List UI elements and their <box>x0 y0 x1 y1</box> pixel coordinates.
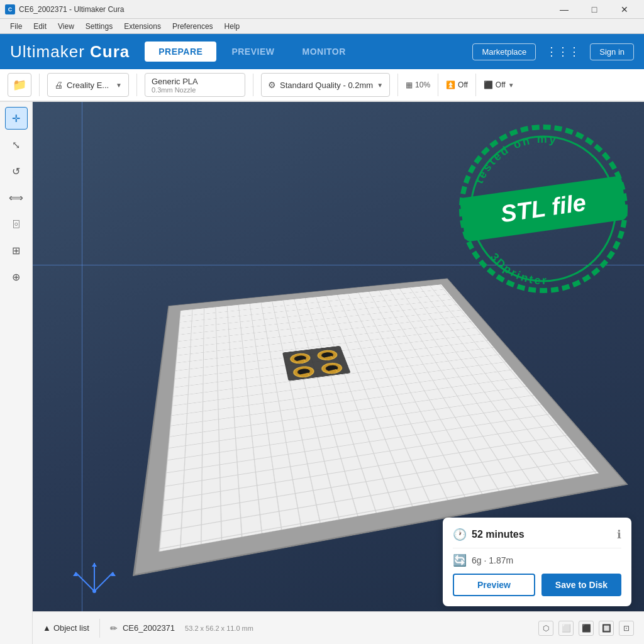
maximize-button[interactable]: □ <box>580 0 609 19</box>
support-icon: ⏫ <box>446 80 455 89</box>
menu-file[interactable]: File <box>5 21 27 32</box>
clock-icon: 🕐 <box>453 528 467 541</box>
app-icon: C <box>5 4 15 14</box>
printer-name: Creality E... <box>67 80 112 90</box>
tool-move[interactable]: ✛ <box>5 107 28 130</box>
main-area: ✛ ⤡ ↺ ⟺ ⌻ ⊞ ⊕ <box>0 102 644 644</box>
shape-icon-3[interactable]: ⬛ <box>579 621 594 636</box>
status-dimensions: 53.2 x 56.2 x 11.0 mm <box>185 625 253 632</box>
grid-icon-button[interactable]: ⋮⋮⋮ <box>541 42 585 61</box>
title-bar: C CE6_2002371 - Ultimaker Cura — □ ✕ <box>0 0 644 19</box>
tool-support[interactable]: ⌻ <box>5 213 28 235</box>
left-sidebar: ✛ ⤡ ↺ ⟺ ⌻ ⊞ ⊕ <box>0 102 33 644</box>
toolbar-divider-5 <box>438 74 438 96</box>
svg-text:tested on my: tested on my <box>473 133 558 186</box>
material-nozzle: 0.3mm Nozzle <box>152 86 238 94</box>
time-info: 🕐 52 minutes <box>453 528 525 541</box>
toolbar-divider-6 <box>475 74 476 96</box>
shape-icon-2[interactable]: ⬜ <box>558 621 574 636</box>
shape-icon-4[interactable]: 🔲 <box>599 621 614 636</box>
object-list-label: Object list <box>53 623 89 633</box>
title-bar-left: C CE6_2002371 - Ultimaker Cura <box>5 4 124 14</box>
object-list-toggle[interactable]: ▲ Object list <box>43 623 89 633</box>
tool-mirror[interactable]: ⟺ <box>5 186 28 209</box>
object-list-arrow-icon: ▲ <box>43 623 51 633</box>
svg-marker-15 <box>92 563 97 567</box>
dims-section: 53.2 x 56.2 x 11.0 mm <box>185 625 253 632</box>
shape-icon-5[interactable]: ⊡ <box>619 621 634 636</box>
toolbar-divider-3 <box>253 74 253 96</box>
print-weight: 6g · 1.87m <box>472 555 513 565</box>
menu-view[interactable]: View <box>53 21 79 32</box>
menu-extensions[interactable]: Extensions <box>119 21 166 32</box>
status-filename: CE6_2002371 <box>123 623 175 633</box>
viewport[interactable]: tested on my STL file 3Dprinter 🕐 52 min… <box>33 102 644 644</box>
status-shapes: ⬡ ⬜ ⬛ 🔲 ⊡ <box>538 621 634 636</box>
svg-line-9 <box>75 572 94 591</box>
open-file-button[interactable]: 📁 <box>8 73 31 97</box>
status-bar: ▲ Object list ✏ CE6_2002371 53.2 x 56.2 … <box>33 611 644 644</box>
printer-arrow-icon: ▼ <box>116 82 122 89</box>
signin-button[interactable]: Sign in <box>590 43 634 60</box>
preview-button[interactable]: Preview <box>453 574 535 596</box>
tab-preview[interactable]: PREVIEW <box>219 43 287 60</box>
info-button[interactable]: ℹ <box>617 528 621 541</box>
adhesion-arrow-icon: ▼ <box>508 82 514 89</box>
app-logo: Ultimaker Cura <box>10 42 130 62</box>
print-time: 52 minutes <box>472 529 525 540</box>
stamp-svg: tested on my STL file 3Dprinter <box>455 121 631 297</box>
app-header: Ultimaker Cura PREPARE PREVIEW MONITOR M… <box>0 34 644 69</box>
toolbar: 📁 🖨 Creality E... ▼ Generic PLA 0.3mm No… <box>0 69 644 102</box>
svg-line-10 <box>94 572 113 591</box>
marketplace-button[interactable]: Marketplace <box>472 43 536 60</box>
quality-arrow-icon: ▼ <box>377 82 383 89</box>
infill-value: 10% <box>415 80 430 89</box>
tab-prepare[interactable]: PREPARE <box>145 42 216 62</box>
file-section: ✏ CE6_2002371 <box>110 623 175 633</box>
panel-actions: Preview Save to Disk <box>453 574 621 596</box>
quality-icon: ⚙ <box>268 80 276 90</box>
logo-text: Ultimaker Cura <box>10 42 130 62</box>
quality-name: Standard Quality - 0.2mm <box>280 80 373 90</box>
support-toggle[interactable]: ⏫ Off <box>446 80 468 89</box>
bed-grid <box>158 284 598 552</box>
tab-monitor[interactable]: MONITOR <box>290 43 358 60</box>
menu-preferences[interactable]: Preferences <box>167 21 218 32</box>
save-to-disk-button[interactable]: Save to Disk <box>541 574 621 596</box>
bottom-info-panel: 🕐 52 minutes ℹ 🔄 6g · 1.87m Preview Save… <box>443 518 631 606</box>
menu-settings[interactable]: Settings <box>80 21 118 32</box>
stl-stamp: tested on my STL file 3Dprinter <box>455 121 631 297</box>
menu-edit[interactable]: Edit <box>28 21 52 32</box>
minimize-button[interactable]: — <box>550 0 579 19</box>
quality-select[interactable]: ⚙ Standard Quality - 0.2mm ▼ <box>261 73 390 97</box>
menu-help[interactable]: Help <box>219 21 245 32</box>
time-row: 🕐 52 minutes ℹ <box>453 528 621 541</box>
toolbar-divider-2 <box>136 74 137 96</box>
material-select[interactable]: Generic PLA 0.3mm Nozzle <box>145 73 245 97</box>
infill-icon: ▦ <box>406 80 413 89</box>
close-button[interactable]: ✕ <box>610 0 639 19</box>
object-list-section: ▲ Object list <box>43 623 89 633</box>
support-label: Off <box>458 80 468 89</box>
shape-icon-1[interactable]: ⬡ <box>538 621 553 636</box>
printer-select[interactable]: 🖨 Creality E... ▼ <box>47 73 129 97</box>
tool-per-object[interactable]: ⊞ <box>5 239 28 262</box>
tool-scale[interactable]: ⤡ <box>5 133 28 156</box>
material-name: Generic PLA <box>152 77 238 86</box>
toolbar-divider-1 <box>39 74 40 96</box>
window-title: CE6_2002371 - Ultimaker Cura <box>19 5 124 14</box>
infill-section: ▦ 10% <box>406 80 430 89</box>
tool-rotate[interactable]: ↺ <box>5 160 28 182</box>
adhesion-icon: ⬛ <box>484 80 493 89</box>
material-info: 🔄 6g · 1.87m <box>453 553 513 567</box>
filament-icon: 🔄 <box>453 553 467 567</box>
adhesion-label: Off <box>496 80 506 89</box>
tool-plugin[interactable]: ⊕ <box>5 265 28 288</box>
menu-bar: File Edit View Settings Extensions Prefe… <box>0 19 644 34</box>
adhesion-toggle[interactable]: ⬛ Off ▼ <box>484 80 514 89</box>
edit-icon: ✏ <box>110 623 118 633</box>
panel-divider <box>453 548 621 548</box>
header-right: Marketplace ⋮⋮⋮ Sign in <box>472 42 634 61</box>
nav-tabs: PREPARE PREVIEW MONITOR <box>145 42 472 62</box>
bed-inner <box>158 284 598 552</box>
